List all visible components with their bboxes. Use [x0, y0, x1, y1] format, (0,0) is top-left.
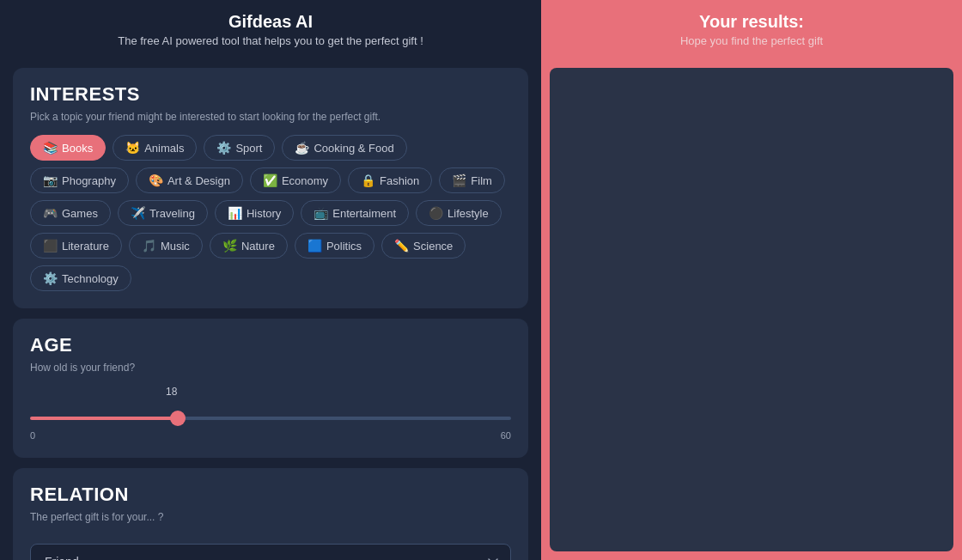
- tag-label-film: Film: [471, 174, 492, 187]
- tag-icon-nature: 🌿: [222, 239, 237, 253]
- main-content: INTERESTS Pick a topic your friend might…: [0, 59, 962, 560]
- tag-sport[interactable]: ⚙️Sport: [204, 135, 275, 161]
- tag-icon-fashion: 🔒: [361, 173, 375, 187]
- tag-icon-animals: 🐱: [125, 141, 140, 155]
- slider-container: [30, 405, 511, 427]
- age-title: AGE: [30, 334, 511, 356]
- tag-icon-books: 📚: [43, 141, 58, 155]
- tag-label-economy: Economy: [282, 174, 328, 187]
- results-title: Your results:: [558, 12, 945, 32]
- tag-label-fashion: Fashion: [380, 174, 419, 187]
- tag-literature[interactable]: ⬛Literature: [30, 233, 122, 259]
- age-value-container: 18: [30, 386, 511, 403]
- tag-label-lifestyle: Lifestyle: [448, 207, 489, 220]
- tag-label-literature: Literature: [62, 240, 109, 253]
- tag-label-music: Music: [161, 240, 190, 253]
- header: Gifdeas AI The free AI powered tool that…: [0, 0, 962, 59]
- age-section: AGE How old is your friend? 18 0 60: [13, 319, 528, 458]
- slider-max-label: 60: [501, 430, 511, 441]
- tag-icon-literature: ⬛: [43, 239, 58, 253]
- tag-icon-science: ✏️: [394, 239, 409, 253]
- tag-icon-economy: ✅: [263, 173, 277, 187]
- tag-label-science: Science: [413, 240, 453, 253]
- tag-entertainment[interactable]: 📺Entertaiment: [301, 200, 409, 226]
- tag-label-animals: Animals: [144, 142, 184, 155]
- tag-nature[interactable]: 🌿Nature: [210, 233, 288, 259]
- results-box: [550, 68, 953, 551]
- age-description: How old is your friend?: [30, 362, 511, 374]
- interests-tags-container: 📚Books🐱Animals⚙️Sport☕Cooking & Food📷Pho…: [30, 135, 511, 291]
- tag-icon-games: 🎮: [43, 206, 58, 220]
- interests-section: INTERESTS Pick a topic your friend might…: [13, 68, 528, 308]
- interests-title: INTERESTS: [30, 83, 511, 106]
- header-left: Gifdeas AI The free AI powered tool that…: [0, 0, 541, 59]
- tag-icon-cooking-food: ☕: [295, 141, 309, 155]
- tag-lifestyle[interactable]: ⚫Lifestyle: [416, 200, 502, 226]
- slider-min-label: 0: [30, 430, 35, 441]
- tag-icon-photography: 📷: [43, 173, 58, 187]
- results-subtitle: Hope you find the perfect gift: [558, 34, 945, 47]
- age-slider[interactable]: [30, 417, 511, 420]
- tag-label-sport: Sport: [235, 142, 262, 155]
- tag-icon-film: 🎬: [452, 173, 466, 187]
- tag-technology[interactable]: ⚙️Technology: [30, 265, 131, 291]
- relation-section: RELATION The perfect gift is for your...…: [13, 468, 528, 560]
- tag-history[interactable]: 📊History: [215, 200, 294, 226]
- tag-label-art-design: Art & Design: [167, 174, 230, 187]
- tag-economy[interactable]: ✅Economy: [250, 167, 341, 193]
- tag-label-entertainment: Entertaiment: [332, 207, 396, 220]
- tag-icon-music: 🎵: [142, 239, 156, 253]
- tag-label-history: History: [247, 207, 281, 220]
- tag-animals[interactable]: 🐱Animals: [113, 135, 197, 161]
- relation-dropdown[interactable]: FriendPartnerParentSiblingColleagueOther: [30, 544, 511, 560]
- tag-label-technology: Technology: [62, 272, 119, 285]
- tag-photography[interactable]: 📷Phography: [30, 167, 129, 193]
- tag-label-politics: Politics: [326, 240, 362, 253]
- tag-label-books: Books: [62, 142, 93, 155]
- tag-label-cooking-food: Cooking & Food: [314, 142, 393, 155]
- tag-art-design[interactable]: 🎨Art & Design: [136, 167, 243, 193]
- tag-icon-history: 📊: [228, 206, 242, 220]
- left-panel: INTERESTS Pick a topic your friend might…: [0, 59, 541, 560]
- tag-science[interactable]: ✏️Science: [381, 233, 466, 259]
- header-right: Your results: Hope you find the perfect …: [541, 0, 962, 59]
- tag-books[interactable]: 📚Books: [30, 135, 106, 161]
- tag-icon-politics: 🟦: [307, 239, 322, 253]
- tag-label-nature: Nature: [241, 240, 275, 253]
- relation-title: RELATION: [30, 484, 511, 506]
- tag-fashion[interactable]: 🔒Fashion: [348, 167, 432, 193]
- tag-icon-art-design: 🎨: [149, 173, 163, 187]
- tag-cooking-food[interactable]: ☕Cooking & Food: [282, 135, 406, 161]
- tag-icon-technology: ⚙️: [43, 271, 58, 285]
- tag-label-games: Games: [62, 207, 98, 220]
- app-subtitle: The free AI powered tool that helps you …: [17, 34, 524, 47]
- tag-label-traveling: Traveling: [149, 207, 195, 220]
- slider-labels: 0 60: [30, 430, 511, 441]
- age-current-value: 18: [166, 386, 177, 398]
- tag-traveling[interactable]: ✈️Traveling: [118, 200, 208, 226]
- interests-description: Pick a topic your friend might be intere…: [30, 111, 511, 123]
- tag-icon-entertainment: 📺: [314, 206, 328, 220]
- relation-description: The perfect gift is for your... ?: [30, 511, 511, 523]
- tag-icon-traveling: ✈️: [131, 206, 145, 220]
- tag-politics[interactable]: 🟦Politics: [295, 233, 374, 259]
- tag-games[interactable]: 🎮Games: [30, 200, 111, 226]
- right-panel: [541, 59, 962, 560]
- tag-label-photography: Phography: [62, 174, 116, 187]
- tag-music[interactable]: 🎵Music: [129, 233, 203, 259]
- tag-icon-lifestyle: ⚫: [429, 206, 443, 220]
- tag-film[interactable]: 🎬Film: [439, 167, 505, 193]
- app-title: Gifdeas AI: [17, 12, 524, 32]
- tag-icon-sport: ⚙️: [216, 141, 231, 155]
